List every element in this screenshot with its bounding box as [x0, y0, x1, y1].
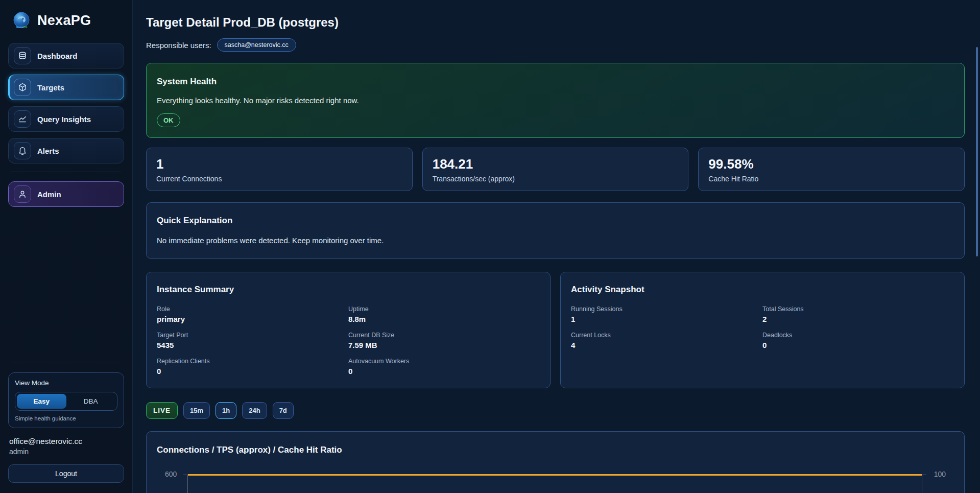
summary-row: Instance Summary Role primary Uptime 8.8…	[146, 272, 965, 388]
cube-icon	[14, 79, 31, 96]
metric-value: 184.21	[433, 156, 679, 172]
main-content: Target Detail Prod_DB (postgres) Respons…	[133, 0, 980, 493]
view-mode-option-easy[interactable]: Easy	[17, 394, 66, 409]
nexapg-app: Nexa PG NexaPG Dashboard	[0, 0, 980, 493]
system-health-message: Everything looks healthy. No major risks…	[157, 96, 954, 105]
field-value: 4	[571, 341, 762, 349]
activity-snapshot-card: Activity Snapshot Running Sessions 1 Tot…	[560, 272, 965, 388]
field-value: 0	[762, 341, 954, 349]
database-icon	[14, 47, 31, 64]
view-mode-label: View Mode	[15, 379, 117, 387]
sidebar-divider	[11, 172, 121, 172]
field-replication-clients: Replication Clients 0	[157, 358, 348, 375]
quick-explanation-card: Quick Explanation No immediate problems …	[146, 202, 965, 259]
metric-cards-row: 1 Current Connections 184.21 Transaction…	[146, 148, 965, 191]
responsible-users-row: Responsible users: sascha@nesterovic.cc	[146, 38, 965, 52]
field-value: 2	[762, 315, 954, 323]
cache-hit-ratio-line	[188, 474, 922, 476]
metric-card-current-connections: 1 Current Connections	[146, 148, 413, 191]
field-value: 7.59 MB	[348, 341, 540, 349]
field-value: 5435	[157, 341, 348, 349]
metric-card-cache-hit-ratio: 99.58% Cache Hit Ratio	[698, 148, 965, 191]
range-button-24h[interactable]: 24h	[242, 402, 267, 419]
sidebar-item-label: Alerts	[37, 147, 59, 155]
time-range-controls: LIVE 15m 1h 24h 7d	[146, 402, 965, 419]
sidebar-item-admin[interactable]: Admin	[8, 181, 124, 207]
instance-summary-title: Instance Summary	[157, 285, 540, 295]
sidebar-item-alerts[interactable]: Alerts	[8, 138, 124, 163]
system-health-card: System Health Everything looks healthy. …	[146, 63, 965, 138]
sidebar-divider	[11, 363, 121, 363]
metric-label: Cache Hit Ratio	[708, 175, 954, 183]
system-health-title: System Health	[157, 77, 954, 87]
sidebar-item-targets[interactable]: Targets	[8, 75, 124, 100]
responsible-user-badge[interactable]: sascha@nesterovic.cc	[217, 38, 296, 52]
svg-text:PG: PG	[23, 26, 28, 29]
metric-label: Current Connections	[156, 175, 402, 183]
field-label: Deadlocks	[762, 332, 954, 339]
sidebar-item-label: Query Insights	[37, 115, 91, 124]
view-mode-caption: Simple health guidance	[15, 415, 117, 421]
field-deadlocks: Deadlocks 0	[762, 332, 954, 349]
sidebar-item-label: Targets	[37, 83, 64, 92]
sidebar-bottom: View Mode Easy DBA Simple health guidanc…	[8, 361, 124, 483]
sidebar: Nexa PG NexaPG Dashboard	[0, 0, 133, 493]
field-label: Current Locks	[571, 332, 762, 339]
trend-chart-icon	[14, 110, 31, 128]
view-mode-box: View Mode Easy DBA Simple health guidanc…	[8, 372, 124, 428]
logout-button[interactable]: Logout	[8, 464, 124, 483]
quick-explanation-title: Quick Explanation	[157, 216, 954, 226]
field-label: Uptime	[348, 306, 540, 313]
range-button-7d[interactable]: 7d	[273, 402, 294, 419]
sidebar-item-label: Dashboard	[37, 52, 77, 60]
field-uptime: Uptime 8.8m	[348, 306, 540, 323]
activity-snapshot-grid: Running Sessions 1 Total Sessions 2 Curr…	[571, 306, 954, 349]
field-current-locks: Current Locks 4	[571, 332, 762, 349]
quick-explanation-message: No immediate problems were detected. Kee…	[157, 236, 954, 245]
field-total-sessions: Total Sessions 2	[762, 306, 954, 323]
field-label: Autovacuum Workers	[348, 358, 540, 365]
field-label: Total Sessions	[762, 306, 954, 313]
right-axis-tick-label: 100	[934, 470, 946, 478]
left-axis-tick	[183, 475, 187, 475]
sidebar-item-dashboard[interactable]: Dashboard	[8, 43, 124, 68]
live-button[interactable]: LIVE	[146, 402, 178, 419]
metric-value: 1	[156, 156, 402, 172]
field-label: Target Port	[157, 332, 348, 339]
metric-label: Transactions/sec (approx)	[433, 175, 679, 183]
metric-card-tps: 184.21 Transactions/sec (approx)	[422, 148, 689, 191]
field-running-sessions: Running Sessions 1	[571, 306, 762, 323]
sidebar-item-label: Admin	[37, 190, 61, 199]
field-label: Replication Clients	[157, 358, 348, 365]
sidebar-item-query-insights[interactable]: Query Insights	[8, 106, 124, 132]
bell-icon	[14, 142, 31, 159]
field-value: 1	[571, 315, 762, 323]
field-current-db-size: Current DB Size 7.59 MB	[348, 332, 540, 349]
svg-text:Nexa: Nexa	[16, 26, 23, 29]
chart-title: Connections / TPS (approx) / Cache Hit R…	[157, 445, 954, 455]
view-mode-option-dba[interactable]: DBA	[66, 394, 116, 409]
person-icon	[14, 185, 31, 203]
activity-snapshot-title: Activity Snapshot	[571, 285, 954, 295]
page-scrollbar[interactable]	[975, 0, 979, 493]
user-email: office@nesterovic.cc	[9, 437, 123, 446]
status-badge: OK	[157, 113, 180, 127]
field-autovacuum-workers: Autovacuum Workers 0	[348, 358, 540, 375]
right-axis-tick	[922, 475, 926, 475]
instance-summary-card: Instance Summary Role primary Uptime 8.8…	[146, 272, 551, 388]
range-button-1h[interactable]: 1h	[216, 402, 236, 419]
app-title: NexaPG	[37, 13, 91, 29]
responsible-users-label: Responsible users:	[146, 41, 211, 50]
instance-summary-grid: Role primary Uptime 8.8m Target Port 543…	[157, 306, 540, 375]
field-value: primary	[157, 315, 348, 323]
brand: Nexa PG NexaPG	[8, 11, 124, 30]
field-label: Role	[157, 306, 348, 313]
range-button-15m[interactable]: 15m	[183, 402, 210, 419]
chart-plot	[187, 475, 922, 493]
scrollbar-thumb[interactable]	[976, 47, 978, 256]
field-label: Running Sessions	[571, 306, 762, 313]
field-value: 8.8m	[348, 315, 540, 323]
nexapg-logo-icon: Nexa PG	[12, 11, 31, 30]
field-target-port: Target Port 5435	[157, 332, 348, 349]
field-value: 0	[157, 367, 348, 375]
